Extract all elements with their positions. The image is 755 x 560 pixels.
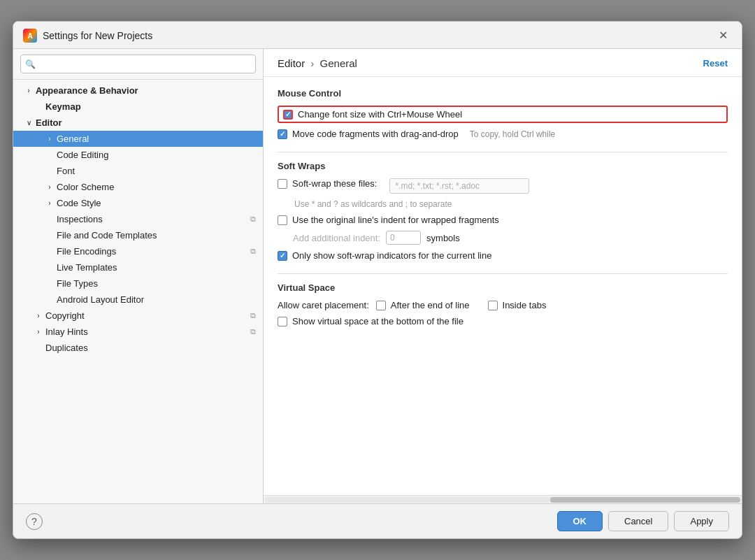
after-end-of-line-checkbox[interactable] xyxy=(376,301,386,310)
copy-icon: ⧉ xyxy=(250,215,256,224)
inside-tabs-checkbox[interactable] xyxy=(488,301,498,310)
use-original-indent-checkbox[interactable] xyxy=(278,215,287,225)
only-show-indicators-label: Only show soft-wrap indicators for the c… xyxy=(292,250,491,261)
breadcrumb: Editor › General xyxy=(278,57,357,69)
sidebar-item-keymap[interactable]: Keymap xyxy=(13,99,263,115)
sidebar-item-editor[interactable]: ∨ Editor xyxy=(13,115,263,131)
move-code-fragments-checkbox-wrap[interactable]: Move code fragments with drag-and-drop xyxy=(278,129,459,139)
sidebar-item-label: Inspections xyxy=(57,214,247,224)
only-show-indicators-checkbox[interactable] xyxy=(278,251,287,261)
soft-wrap-files-label: Soft-wrap these files: xyxy=(292,178,377,189)
sidebar-item-label: General xyxy=(57,134,256,144)
sidebar: 🔍 › Appearance & Behavior Keymap ∨ xyxy=(13,49,264,503)
move-code-hint: To copy, hold Ctrl while xyxy=(470,129,556,139)
apply-button[interactable]: Apply xyxy=(674,511,729,531)
search-input[interactable] xyxy=(20,55,256,73)
breadcrumb-current: General xyxy=(320,57,357,69)
mouse-control-title: Mouse Control xyxy=(278,88,728,99)
change-font-size-checkbox[interactable] xyxy=(283,110,293,120)
add-indent-row: Add additional indent: symbols xyxy=(293,231,728,245)
sidebar-item-general[interactable]: › General xyxy=(13,131,263,147)
move-code-fragments-label: Move code fragments with drag-and-drop xyxy=(292,129,459,139)
sidebar-item-label: Android Layout Editor xyxy=(57,294,256,305)
sidebar-item-label: Editor xyxy=(36,117,256,128)
search-box: 🔍 xyxy=(13,49,263,80)
ok-button[interactable]: OK xyxy=(557,511,603,531)
inside-tabs-checkbox-wrap[interactable]: Inside tabs xyxy=(488,300,547,310)
sidebar-item-label: File Encodings xyxy=(57,246,247,257)
sidebar-item-android-layout-editor[interactable]: Android Layout Editor xyxy=(13,292,263,308)
chevron-icon: › xyxy=(33,328,44,336)
chevron-icon: › xyxy=(44,183,55,191)
sidebar-item-label: Code Editing xyxy=(57,150,256,160)
show-virtual-space-checkbox-wrap[interactable]: Show virtual space at the bottom of the … xyxy=(278,316,463,326)
virtual-space-title: Virtual Space xyxy=(278,282,728,293)
sidebar-item-file-encodings[interactable]: File Encodings ⧉ xyxy=(13,243,263,259)
soft-wrap-files-row: Soft-wrap these files: xyxy=(278,178,728,194)
sidebar-item-file-code-templates[interactable]: File and Code Templates xyxy=(13,227,263,243)
sidebar-item-label: Color Scheme xyxy=(57,182,256,192)
copy-icon: ⧉ xyxy=(250,327,256,336)
sidebar-item-label: Copyright xyxy=(45,310,247,321)
breadcrumb-parent: Editor xyxy=(278,57,305,69)
show-virtual-space-row: Show virtual space at the bottom of the … xyxy=(278,316,728,326)
only-show-indicators-row: Only show soft-wrap indicators for the c… xyxy=(278,250,728,261)
reset-button[interactable]: Reset xyxy=(703,58,728,69)
close-button[interactable]: ✕ xyxy=(716,29,731,43)
change-font-size-checkbox-wrap[interactable]: Change font size with Ctrl+Mouse Wheel xyxy=(283,109,462,120)
show-virtual-space-checkbox[interactable] xyxy=(278,317,287,326)
symbols-label: symbols xyxy=(426,233,460,243)
soft-wrap-files-checkbox-wrap[interactable]: Soft-wrap these files: xyxy=(278,178,377,189)
after-end-of-line-checkbox-wrap[interactable]: After the end of line xyxy=(376,300,470,310)
change-font-size-row: Change font size with Ctrl+Mouse Wheel xyxy=(278,106,728,123)
only-show-indicators-checkbox-wrap[interactable]: Only show soft-wrap indicators for the c… xyxy=(278,250,491,261)
footer-buttons: OK Cancel Apply xyxy=(557,511,730,531)
soft-wrap-files-input[interactable] xyxy=(389,178,529,194)
panel-header: Editor › General Reset xyxy=(264,49,742,77)
add-indent-label: Add additional indent: xyxy=(293,233,380,243)
chevron-icon: ∨ xyxy=(23,119,34,127)
sidebar-item-inlay-hints[interactable]: › Inlay Hints ⧉ xyxy=(13,324,263,340)
copy-icon: ⧉ xyxy=(250,247,256,256)
chevron-icon: › xyxy=(23,87,34,94)
sidebar-item-label: Live Templates xyxy=(57,262,256,273)
sidebar-item-inspections[interactable]: Inspections ⧉ xyxy=(13,211,263,227)
soft-wrap-hint: Use * and ? as wildcards and ; to separa… xyxy=(294,199,728,209)
horizontal-scrollbar[interactable] xyxy=(264,495,742,503)
help-button[interactable]: ? xyxy=(26,513,43,530)
move-code-fragments-checkbox[interactable] xyxy=(278,129,287,139)
dialog-title: Settings for New Projects xyxy=(43,30,152,41)
sidebar-item-label: Font xyxy=(57,166,256,176)
soft-wraps-section: Soft Wraps Soft-wrap these files: Use * … xyxy=(278,161,728,261)
sidebar-item-label: Keymap xyxy=(45,101,256,112)
after-end-of-line-label: After the end of line xyxy=(391,300,470,310)
scrollbar-thumb xyxy=(550,497,740,503)
sidebar-item-code-editing[interactable]: Code Editing xyxy=(13,147,263,163)
breadcrumb-separator: › xyxy=(310,57,314,69)
sidebar-item-file-types[interactable]: File Types xyxy=(13,275,263,292)
sidebar-item-color-scheme[interactable]: › Color Scheme xyxy=(13,179,263,195)
chevron-icon: › xyxy=(44,199,55,207)
add-indent-input[interactable] xyxy=(386,231,421,245)
cancel-button[interactable]: Cancel xyxy=(608,511,668,531)
settings-dialog: A Settings for New Projects ✕ 🔍 › Appear… xyxy=(13,21,742,539)
sidebar-item-duplicates[interactable]: Duplicates xyxy=(13,340,263,356)
allow-caret-row: Allow caret placement: After the end of … xyxy=(278,300,728,310)
section-divider-2 xyxy=(278,273,728,274)
move-code-fragments-row: Move code fragments with drag-and-drop T… xyxy=(278,129,728,139)
sidebar-item-font[interactable]: Font xyxy=(13,163,263,179)
chevron-icon: › xyxy=(44,135,55,143)
inside-tabs-label: Inside tabs xyxy=(503,300,547,310)
sidebar-item-label: Inlay Hints xyxy=(45,326,247,337)
soft-wrap-files-checkbox[interactable] xyxy=(278,179,287,189)
sidebar-item-appearance[interactable]: › Appearance & Behavior xyxy=(13,82,263,99)
copy-icon: ⧉ xyxy=(250,311,256,320)
sidebar-item-code-style[interactable]: › Code Style xyxy=(13,195,263,211)
footer: ? OK Cancel Apply xyxy=(13,503,742,538)
use-original-indent-checkbox-wrap[interactable]: Use the original line's indent for wrapp… xyxy=(278,215,499,225)
chevron-icon: › xyxy=(33,312,44,320)
sidebar-item-copyright[interactable]: › Copyright ⧉ xyxy=(13,308,263,324)
main-panel: Editor › General Reset Mouse Control Cha… xyxy=(264,49,742,503)
main-content: 🔍 › Appearance & Behavior Keymap ∨ xyxy=(13,49,742,503)
sidebar-item-live-templates[interactable]: Live Templates xyxy=(13,259,263,275)
